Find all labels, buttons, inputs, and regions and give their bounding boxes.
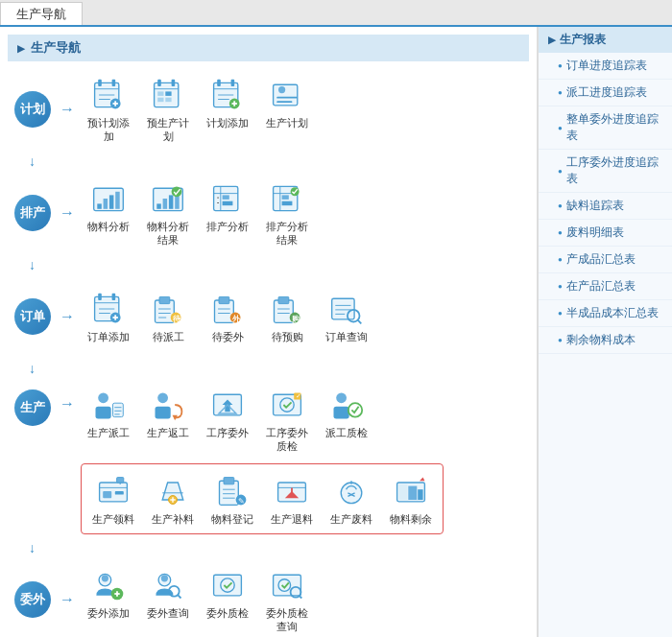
- svg-rect-52: [282, 201, 293, 205]
- label-物料分析: 物料分析: [87, 220, 130, 233]
- icon-预生产计划[interactable]: 预生产计划: [140, 72, 196, 148]
- svg-rect-56: [98, 294, 102, 300]
- sidebar-item-0[interactable]: 订单进度追踪表: [539, 53, 672, 80]
- svg-rect-33: [109, 195, 114, 208]
- icon-box: [332, 472, 371, 510]
- svg-text:外: 外: [231, 314, 241, 322]
- icon-生产退料[interactable]: 生产退料: [264, 468, 320, 530]
- sidebar-item-9[interactable]: 剩余物料成本: [539, 327, 672, 354]
- icon-box: ✎: [213, 472, 252, 510]
- icon-物料分析[interactable]: 物料分析: [81, 176, 136, 237]
- label-生产补料: 生产补料: [152, 512, 194, 526]
- svg-text:✓: ✓: [296, 391, 301, 400]
- icon-待委外[interactable]: 外 待委外: [200, 286, 255, 347]
- stage-outsource-row: 委外 →: [12, 561, 525, 637]
- icon-box: [268, 179, 306, 218]
- stage-plan: 计划: [12, 91, 54, 128]
- label-委外质检查询: 委外质检查询: [261, 606, 313, 634]
- icon-排产分析结果[interactable]: 排产分析结果: [259, 176, 315, 251]
- icon-委外质检[interactable]: 委外质检: [200, 562, 255, 624]
- label-待委外: 待委外: [212, 330, 244, 343]
- icon-生产领料[interactable]: 生产领料: [85, 468, 141, 530]
- sidebar-item-6[interactable]: 产成品汇总表: [539, 247, 672, 273]
- icon-物料登记[interactable]: ✎ 物料登记: [204, 468, 260, 530]
- plan-icons: 预计划添加: [81, 72, 315, 148]
- label-工序委外质检: 工序委外质检: [261, 426, 313, 454]
- icon-生产废料[interactable]: 生产废料: [324, 468, 379, 530]
- svg-rect-108: [103, 491, 111, 498]
- sidebar-item-5[interactable]: 废料明细表: [539, 220, 672, 247]
- arrow-plan: →: [60, 101, 75, 118]
- icon-委外添加[interactable]: 委外添加: [81, 562, 136, 624]
- icon-box: [89, 386, 128, 424]
- stage-plan-row: 计划 →: [12, 71, 525, 148]
- stage-schedule-row: 排产 →: [12, 175, 525, 251]
- icon-物料剩余[interactable]: 物料剩余: [383, 468, 439, 530]
- svg-rect-71: [219, 296, 229, 303]
- icon-派工质检[interactable]: 派工质检: [319, 382, 374, 443]
- icon-生产派工[interactable]: 生产派工: [81, 382, 136, 443]
- icon-box: [208, 76, 247, 114]
- svg-rect-19: [217, 80, 221, 86]
- arrow-down-4: ↓: [12, 538, 525, 557]
- svg-rect-16: [165, 97, 171, 102]
- sidebar-item-2[interactable]: 整单委外进度追踪表: [539, 106, 672, 150]
- label-生产废料: 生产废料: [330, 512, 372, 526]
- icon-计划添加[interactable]: 计划添加: [200, 72, 255, 133]
- sidebar-item-4[interactable]: 缺料追踪表: [539, 193, 672, 220]
- icon-予计划添加[interactable]: 预计划添加: [81, 72, 136, 148]
- stage-outsource-circle: 委外: [14, 581, 51, 618]
- svg-rect-31: [97, 203, 102, 208]
- svg-rect-14: [165, 91, 171, 96]
- label-生产退料: 生产退料: [271, 512, 313, 526]
- stage-production: 生产: [12, 382, 54, 426]
- icon-box: [208, 179, 247, 218]
- icon-box: [89, 566, 128, 604]
- icon-生产返工[interactable]: 生产返工: [140, 382, 196, 443]
- svg-line-144: [178, 594, 181, 598]
- sidebar-item-7[interactable]: 在产品汇总表: [539, 273, 672, 300]
- icon-物料分析结果[interactable]: 物料分析结果: [140, 176, 196, 251]
- svg-rect-51: [282, 195, 289, 200]
- stage-order: 订单: [12, 298, 54, 335]
- icon-订单添加[interactable]: 订单添加: [81, 286, 136, 347]
- icon-待派工[interactable]: 待 待派工: [140, 286, 196, 347]
- tab-bar: 生产导航: [0, 0, 672, 27]
- label-物料剩余: 物料剩余: [390, 512, 432, 526]
- sidebar-item-1[interactable]: 派工进度追踪表: [539, 80, 672, 106]
- svg-rect-13: [157, 91, 163, 96]
- icon-生产补料[interactable]: 生产补料: [145, 468, 201, 530]
- icon-工序委外质检[interactable]: ✓ 工序委外质检: [259, 382, 315, 458]
- label-委外质检: 委外质检: [206, 606, 249, 620]
- svg-point-94: [157, 392, 168, 403]
- icon-工序委外[interactable]: 工序委外: [200, 382, 255, 443]
- production-bottom-icons: 生产领料: [81, 463, 444, 534]
- label-工序委外: 工序委外: [206, 426, 249, 439]
- svg-rect-28: [276, 97, 298, 99]
- icon-box: [89, 76, 128, 114]
- svg-rect-104: [334, 407, 349, 419]
- order-icons: 订单添加 待: [81, 286, 374, 347]
- icon-box: [327, 386, 366, 424]
- icon-box: [327, 290, 366, 328]
- stage-production-circle: 生产: [14, 389, 51, 426]
- tab-production-nav[interactable]: 生产导航: [0, 2, 83, 25]
- svg-rect-117: [224, 477, 234, 484]
- svg-point-142: [161, 575, 168, 581]
- label-订单查询: 订单查询: [325, 330, 368, 343]
- icon-待预购[interactable]: 购 待预购: [259, 286, 315, 347]
- stage-plan-circle: 计划: [14, 91, 51, 128]
- svg-rect-44: [223, 195, 229, 200]
- icon-委外质检查询[interactable]: 委外质检查询: [259, 562, 315, 637]
- stage-schedule: 排产: [12, 195, 54, 231]
- label-物料分析结果: 物料分析结果: [142, 220, 194, 248]
- icon-订单查询[interactable]: 订单查询: [319, 286, 374, 347]
- svg-rect-64: [159, 296, 170, 303]
- sidebar-item-8[interactable]: 半成品成本汇总表: [539, 300, 672, 327]
- sidebar-item-3[interactable]: 工序委外进度追踪表: [539, 150, 672, 193]
- icon-生产计划[interactable]: 生产计划: [259, 72, 315, 133]
- icon-box: [89, 290, 128, 328]
- icon-box: [208, 386, 247, 424]
- icon-委外查询[interactable]: 委外查询: [140, 562, 196, 624]
- icon-排产分析[interactable]: 排产分析: [200, 176, 255, 237]
